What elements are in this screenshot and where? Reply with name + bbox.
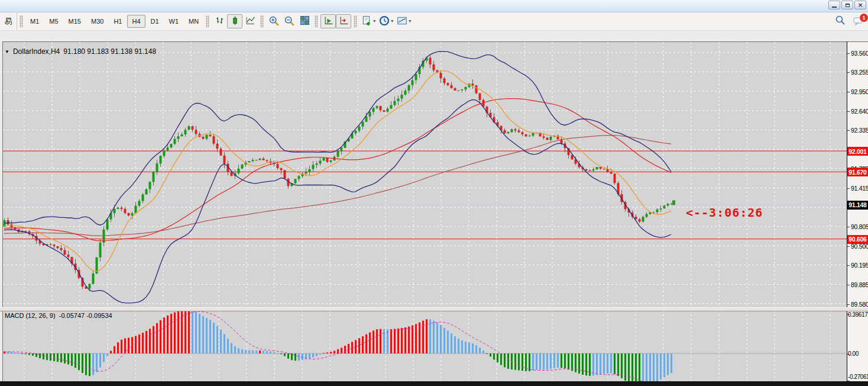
window-titlebar: × bbox=[0, 0, 868, 12]
zoom-out-icon bbox=[284, 15, 294, 28]
timeframe-h4-button[interactable]: H4 bbox=[127, 15, 145, 28]
toolbar-grip bbox=[20, 15, 23, 27]
dropdown-caret-icon[interactable]: ▾ bbox=[409, 19, 411, 24]
timeframe-m15-button[interactable]: M15 bbox=[64, 15, 86, 28]
timeframe-mn-button[interactable]: MN bbox=[184, 15, 203, 28]
price-tick-label: 92.640 bbox=[851, 108, 868, 115]
current-price-badge: 91.148 bbox=[847, 201, 868, 210]
timeframe-h1-button[interactable]: H1 bbox=[109, 15, 127, 28]
zoom-in-button[interactable] bbox=[266, 14, 281, 28]
main-toolbar: 易 M1M5M15M30H1H4D1W1MN ▾▾▾ 1 bbox=[0, 12, 868, 31]
trade-button-partial[interactable]: 易 bbox=[0, 13, 17, 30]
price-tick-mark bbox=[847, 285, 850, 285]
price-tick-label: 90.195 bbox=[851, 262, 868, 269]
tile-windows-icon bbox=[300, 15, 310, 27]
chart-shift-icon bbox=[339, 15, 349, 27]
line-chart-icon bbox=[245, 15, 255, 27]
chart-window: ▼ DollarIndex,H4 91.180 91.183 91.138 91… bbox=[0, 41, 868, 386]
bar-chart-icon bbox=[215, 15, 225, 27]
price-tick-mark bbox=[847, 53, 850, 54]
timeframe-m30-button[interactable]: M30 bbox=[86, 15, 108, 28]
templates-icon bbox=[397, 15, 407, 28]
auto-scroll-button[interactable] bbox=[320, 14, 336, 28]
dropdown-caret-icon[interactable]: ▾ bbox=[391, 19, 393, 24]
window-bottom-frame bbox=[0, 381, 868, 386]
price-tick-mark bbox=[847, 188, 850, 189]
auto-scroll-icon bbox=[323, 15, 333, 27]
price-tick-mark bbox=[847, 72, 850, 73]
zoom-out-button[interactable] bbox=[281, 14, 297, 28]
pane-splitter[interactable] bbox=[0, 307, 868, 311]
periods-button[interactable]: ▾ bbox=[377, 14, 395, 28]
timeframe-w1-button[interactable]: W1 bbox=[164, 15, 184, 28]
close-button[interactable]: × bbox=[854, 1, 866, 9]
price-tick-label: 89.885 bbox=[851, 281, 868, 288]
indicators-button[interactable]: ▾ bbox=[359, 14, 377, 28]
toolbar-grip bbox=[354, 15, 357, 27]
price-tick-mark bbox=[847, 265, 850, 266]
price-tick-mark bbox=[847, 92, 850, 92]
bar-chart-button[interactable] bbox=[212, 14, 227, 28]
toolbar-grip bbox=[260, 15, 264, 27]
chart-shift-button[interactable] bbox=[336, 14, 351, 28]
toolbar-grip bbox=[206, 15, 209, 27]
templates-button[interactable]: ▾ bbox=[395, 14, 413, 28]
toolbar-grip bbox=[315, 15, 318, 27]
price-tick-label: 93.255 bbox=[851, 69, 868, 76]
minimize-icon bbox=[832, 7, 837, 8]
price-tick-mark bbox=[847, 130, 850, 131]
price-level-badge: 90.606 bbox=[847, 235, 868, 244]
object-anchor-marker bbox=[672, 200, 675, 205]
candlestick-icon bbox=[230, 15, 240, 27]
dropdown-caret-icon[interactable]: ▾ bbox=[373, 19, 375, 24]
price-tick-label: 90.500 bbox=[851, 243, 868, 250]
zoom-in-icon bbox=[268, 15, 279, 28]
chart-canvas[interactable] bbox=[0, 41, 847, 381]
price-tick-label: 93.560 bbox=[851, 50, 868, 57]
tile-windows-button[interactable] bbox=[297, 14, 312, 28]
macd-scale-label: -0.27061 bbox=[848, 374, 868, 380]
restore-button[interactable] bbox=[841, 1, 853, 9]
restore-icon bbox=[846, 4, 850, 7]
timeframe-m5-button[interactable]: M5 bbox=[44, 15, 63, 28]
price-tick-label: 91.415 bbox=[851, 185, 868, 192]
price-scale[interactable]: 93.56093.25592.95092.64092.33591.72591.4… bbox=[847, 41, 868, 381]
close-icon: × bbox=[857, 2, 863, 8]
line-chart-button[interactable] bbox=[242, 14, 258, 28]
indicators-icon bbox=[361, 15, 372, 28]
timeframe-d1-button[interactable]: D1 bbox=[146, 15, 164, 28]
price-level-badge: 92.001 bbox=[847, 147, 868, 156]
candlestick-button[interactable] bbox=[227, 14, 242, 28]
price-tick-mark bbox=[847, 111, 850, 112]
price-tick-label: 92.335 bbox=[851, 127, 868, 134]
notification-count-badge: 1 bbox=[859, 13, 868, 22]
macd-scale-label: 0.39617 bbox=[848, 311, 867, 318]
price-tick-mark bbox=[847, 246, 850, 247]
price-level-badge: 91.670 bbox=[847, 168, 868, 176]
price-tick-mark bbox=[847, 304, 850, 305]
price-tick-label: 92.950 bbox=[851, 88, 868, 95]
application-window: × 易 M1M5M15M30H1H4D1W1MN ▾▾▾ 1 bbox=[0, 0, 868, 386]
timeframe-m1-button[interactable]: M1 bbox=[25, 15, 44, 28]
search-icon[interactable] bbox=[835, 15, 846, 28]
price-tick-label: 90.805 bbox=[851, 223, 868, 230]
minimize-button[interactable] bbox=[828, 1, 840, 9]
macd-scale-label: 0.00 bbox=[848, 350, 859, 357]
notifications-button[interactable]: 1 bbox=[853, 16, 864, 27]
price-tick-mark bbox=[847, 227, 850, 227]
periods-icon bbox=[379, 15, 390, 28]
